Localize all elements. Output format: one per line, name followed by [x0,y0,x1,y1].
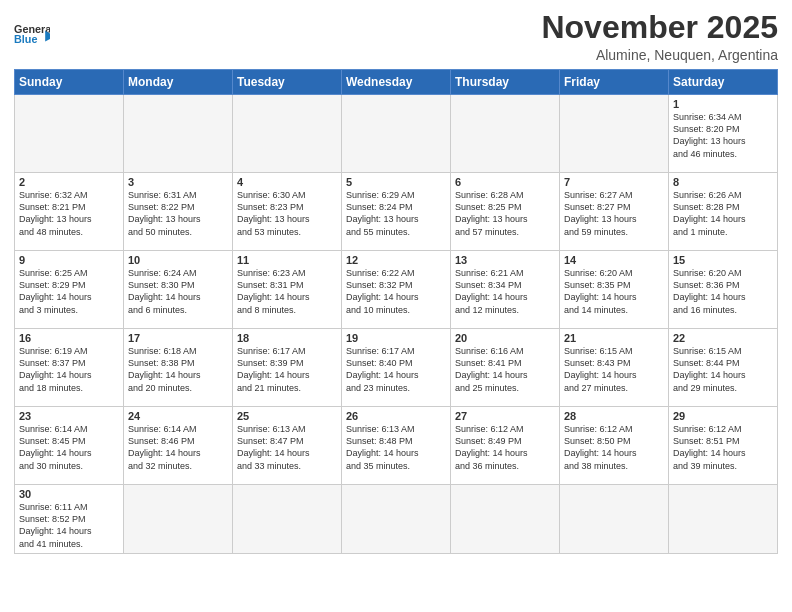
day-number: 2 [19,176,119,188]
calendar-cell: 15Sunrise: 6:20 AM Sunset: 8:36 PM Dayli… [669,251,778,329]
day-number: 26 [346,410,446,422]
calendar-cell: 25Sunrise: 6:13 AM Sunset: 8:47 PM Dayli… [233,407,342,485]
calendar-cell: 5Sunrise: 6:29 AM Sunset: 8:24 PM Daylig… [342,173,451,251]
day-header-monday: Monday [124,70,233,95]
month-title: November 2025 [541,10,778,45]
day-number: 14 [564,254,664,266]
svg-text:Blue: Blue [14,33,37,45]
day-header-friday: Friday [560,70,669,95]
logo-svg: General Blue [14,14,50,50]
day-number: 7 [564,176,664,188]
day-info: Sunrise: 6:19 AM Sunset: 8:37 PM Dayligh… [19,345,119,394]
calendar-cell [124,95,233,173]
title-block: November 2025 Alumine, Neuquen, Argentin… [541,10,778,63]
day-info: Sunrise: 6:24 AM Sunset: 8:30 PM Dayligh… [128,267,228,316]
day-info: Sunrise: 6:12 AM Sunset: 8:51 PM Dayligh… [673,423,773,472]
day-header-saturday: Saturday [669,70,778,95]
day-info: Sunrise: 6:14 AM Sunset: 8:46 PM Dayligh… [128,423,228,472]
day-number: 11 [237,254,337,266]
calendar-week-row: 16Sunrise: 6:19 AM Sunset: 8:37 PM Dayli… [15,329,778,407]
day-info: Sunrise: 6:22 AM Sunset: 8:32 PM Dayligh… [346,267,446,316]
day-number: 6 [455,176,555,188]
day-number: 10 [128,254,228,266]
day-info: Sunrise: 6:18 AM Sunset: 8:38 PM Dayligh… [128,345,228,394]
day-info: Sunrise: 6:20 AM Sunset: 8:35 PM Dayligh… [564,267,664,316]
calendar-cell: 3Sunrise: 6:31 AM Sunset: 8:22 PM Daylig… [124,173,233,251]
calendar-cell [669,485,778,554]
calendar-cell: 17Sunrise: 6:18 AM Sunset: 8:38 PM Dayli… [124,329,233,407]
day-info: Sunrise: 6:11 AM Sunset: 8:52 PM Dayligh… [19,501,119,550]
calendar-cell [124,485,233,554]
location: Alumine, Neuquen, Argentina [541,47,778,63]
day-number: 28 [564,410,664,422]
calendar-cell: 11Sunrise: 6:23 AM Sunset: 8:31 PM Dayli… [233,251,342,329]
day-info: Sunrise: 6:17 AM Sunset: 8:40 PM Dayligh… [346,345,446,394]
day-info: Sunrise: 6:32 AM Sunset: 8:21 PM Dayligh… [19,189,119,238]
day-number: 19 [346,332,446,344]
day-info: Sunrise: 6:20 AM Sunset: 8:36 PM Dayligh… [673,267,773,316]
day-number: 12 [346,254,446,266]
calendar-cell: 10Sunrise: 6:24 AM Sunset: 8:30 PM Dayli… [124,251,233,329]
calendar-cell: 16Sunrise: 6:19 AM Sunset: 8:37 PM Dayli… [15,329,124,407]
day-info: Sunrise: 6:26 AM Sunset: 8:28 PM Dayligh… [673,189,773,238]
day-number: 4 [237,176,337,188]
day-info: Sunrise: 6:29 AM Sunset: 8:24 PM Dayligh… [346,189,446,238]
day-header-wednesday: Wednesday [342,70,451,95]
calendar-cell: 7Sunrise: 6:27 AM Sunset: 8:27 PM Daylig… [560,173,669,251]
calendar-cell: 29Sunrise: 6:12 AM Sunset: 8:51 PM Dayli… [669,407,778,485]
day-info: Sunrise: 6:30 AM Sunset: 8:23 PM Dayligh… [237,189,337,238]
day-header-thursday: Thursday [451,70,560,95]
calendar-cell: 20Sunrise: 6:16 AM Sunset: 8:41 PM Dayli… [451,329,560,407]
day-number: 3 [128,176,228,188]
day-number: 8 [673,176,773,188]
calendar-cell: 26Sunrise: 6:13 AM Sunset: 8:48 PM Dayli… [342,407,451,485]
header: General Blue November 2025 Alumine, Neuq… [14,10,778,63]
calendar-cell: 30Sunrise: 6:11 AM Sunset: 8:52 PM Dayli… [15,485,124,554]
calendar-week-row: 23Sunrise: 6:14 AM Sunset: 8:45 PM Dayli… [15,407,778,485]
calendar-cell [451,95,560,173]
day-number: 13 [455,254,555,266]
calendar-cell: 23Sunrise: 6:14 AM Sunset: 8:45 PM Dayli… [15,407,124,485]
calendar-cell [342,95,451,173]
calendar-cell: 13Sunrise: 6:21 AM Sunset: 8:34 PM Dayli… [451,251,560,329]
day-number: 1 [673,98,773,110]
day-info: Sunrise: 6:14 AM Sunset: 8:45 PM Dayligh… [19,423,119,472]
calendar-cell: 18Sunrise: 6:17 AM Sunset: 8:39 PM Dayli… [233,329,342,407]
day-info: Sunrise: 6:31 AM Sunset: 8:22 PM Dayligh… [128,189,228,238]
day-number: 23 [19,410,119,422]
calendar-table: SundayMondayTuesdayWednesdayThursdayFrid… [14,69,778,554]
calendar-cell: 27Sunrise: 6:12 AM Sunset: 8:49 PM Dayli… [451,407,560,485]
day-number: 18 [237,332,337,344]
day-number: 30 [19,488,119,500]
day-number: 5 [346,176,446,188]
day-info: Sunrise: 6:34 AM Sunset: 8:20 PM Dayligh… [673,111,773,160]
calendar-cell [233,485,342,554]
calendar-header-row: SundayMondayTuesdayWednesdayThursdayFrid… [15,70,778,95]
day-number: 21 [564,332,664,344]
day-info: Sunrise: 6:28 AM Sunset: 8:25 PM Dayligh… [455,189,555,238]
day-info: Sunrise: 6:12 AM Sunset: 8:50 PM Dayligh… [564,423,664,472]
day-info: Sunrise: 6:12 AM Sunset: 8:49 PM Dayligh… [455,423,555,472]
calendar-cell [560,485,669,554]
day-info: Sunrise: 6:13 AM Sunset: 8:48 PM Dayligh… [346,423,446,472]
calendar-cell [560,95,669,173]
day-info: Sunrise: 6:15 AM Sunset: 8:44 PM Dayligh… [673,345,773,394]
day-number: 15 [673,254,773,266]
calendar-cell: 9Sunrise: 6:25 AM Sunset: 8:29 PM Daylig… [15,251,124,329]
calendar-cell: 22Sunrise: 6:15 AM Sunset: 8:44 PM Dayli… [669,329,778,407]
calendar-cell [451,485,560,554]
calendar-cell: 14Sunrise: 6:20 AM Sunset: 8:35 PM Dayli… [560,251,669,329]
day-info: Sunrise: 6:23 AM Sunset: 8:31 PM Dayligh… [237,267,337,316]
calendar-cell: 1Sunrise: 6:34 AM Sunset: 8:20 PM Daylig… [669,95,778,173]
day-number: 17 [128,332,228,344]
day-number: 24 [128,410,228,422]
page: General Blue November 2025 Alumine, Neuq… [0,0,792,612]
calendar-cell [342,485,451,554]
day-info: Sunrise: 6:15 AM Sunset: 8:43 PM Dayligh… [564,345,664,394]
day-number: 25 [237,410,337,422]
calendar-cell: 21Sunrise: 6:15 AM Sunset: 8:43 PM Dayli… [560,329,669,407]
day-header-sunday: Sunday [15,70,124,95]
calendar-cell [233,95,342,173]
day-info: Sunrise: 6:16 AM Sunset: 8:41 PM Dayligh… [455,345,555,394]
day-number: 29 [673,410,773,422]
